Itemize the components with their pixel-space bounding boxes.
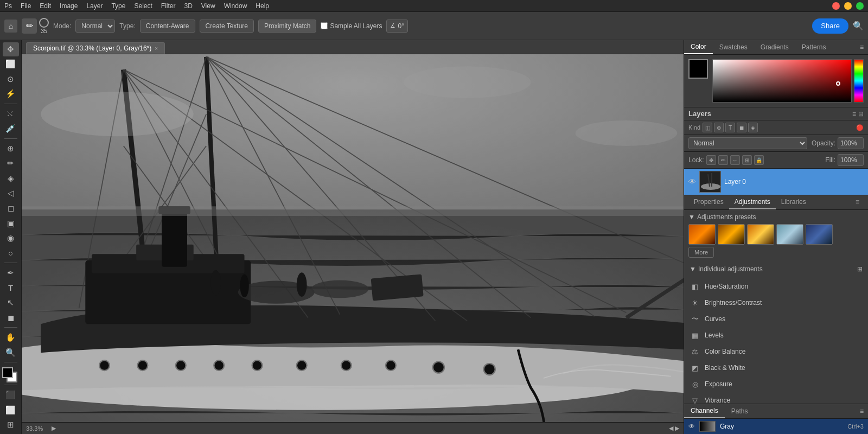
tab-swatches[interactable]: Swatches — [713, 41, 754, 54]
menu-type[interactable]: Type — [111, 2, 125, 10]
filter-toggle-icon[interactable]: 🔴 — [856, 124, 864, 131]
adj-item-curves[interactable]: 〜 Curves — [684, 311, 868, 327]
lock-draw-icon[interactable]: ✏ — [718, 155, 728, 165]
layer-visibility-icon[interactable]: 👁 — [688, 177, 696, 186]
tab-paths[interactable]: Paths — [725, 405, 755, 418]
adj-item-black-white[interactable]: ◩ Black & White — [684, 360, 868, 376]
tool-shape[interactable]: ◼ — [3, 311, 19, 325]
brush-icon[interactable]: ✏ — [22, 18, 37, 34]
adj-preset-3[interactable] — [747, 224, 774, 245]
adj-preset-4[interactable] — [776, 224, 803, 245]
content-aware-button[interactable]: Content-Aware — [140, 20, 195, 33]
color-field[interactable] — [712, 59, 852, 103]
adj-item-brightness-contrast[interactable]: ☀ Brightness/Contrast — [684, 295, 868, 311]
tool-brush[interactable]: ✏ — [3, 157, 19, 171]
menu-edit[interactable]: Edit — [40, 2, 51, 10]
tool-gradient[interactable]: ▣ — [3, 216, 19, 231]
sample-all-layers-label[interactable]: Sample All Layers — [321, 22, 382, 30]
create-texture-button[interactable]: Create Texture — [200, 20, 254, 33]
tool-path-select[interactable]: ↖ — [3, 296, 19, 310]
tab-channels[interactable]: Channels — [684, 404, 725, 418]
tool-quick-mask[interactable]: ⬛ — [3, 388, 19, 402]
lock-pos-icon[interactable]: ✥ — [706, 155, 716, 165]
filter-shape-icon[interactable]: ◼ — [737, 123, 746, 132]
more-presets-button[interactable]: More — [688, 247, 714, 258]
menu-window[interactable]: Window — [224, 2, 247, 10]
layer-row[interactable]: 👁 Layer 0 — [684, 169, 868, 195]
channels-menu-icon[interactable]: ≡ — [856, 405, 868, 417]
tool-dodge[interactable]: ○ — [3, 246, 19, 260]
adj-individual-grid-icon[interactable]: ⊞ — [857, 265, 863, 273]
tool-crop[interactable]: ⛌ — [3, 107, 19, 121]
tool-quick-select[interactable]: ⚡ — [3, 87, 19, 101]
adj-item-hue-saturation[interactable]: ◧ Hue/Saturation — [684, 278, 868, 295]
lock-artboard-icon[interactable]: ⊞ — [742, 155, 752, 165]
share-button[interactable]: Share — [812, 18, 848, 34]
tool-eraser[interactable]: ◻ — [3, 201, 19, 215]
fg-color-swatch[interactable] — [688, 59, 708, 79]
tab-adjustments[interactable]: Adjustments — [729, 195, 776, 209]
tool-marquee[interactable]: ⬜ — [3, 58, 19, 72]
filter-smart-icon[interactable]: ◈ — [748, 123, 758, 132]
layers-collapse-icon[interactable]: ⊟ — [858, 110, 864, 118]
tool-type[interactable]: T — [3, 281, 19, 295]
window-minimize-button[interactable] — [844, 2, 852, 10]
sample-all-layers-checkbox[interactable] — [321, 22, 328, 29]
window-close-button[interactable] — [832, 2, 840, 10]
tool-history-brush[interactable]: ◁ — [3, 187, 19, 201]
foreground-color-swatch[interactable] — [2, 367, 13, 378]
adj-item-exposure[interactable]: ◎ Exposure — [684, 376, 868, 392]
brush-preview[interactable] — [39, 18, 49, 28]
tab-libraries[interactable]: Libraries — [776, 195, 812, 209]
tool-spot-heal[interactable]: ⊕ — [3, 142, 19, 156]
adj-preset-5[interactable] — [806, 224, 833, 245]
adj-item-color-balance[interactable]: ⚖ Color Balance — [684, 343, 868, 360]
menu-help[interactable]: Help — [256, 2, 269, 10]
tool-blur[interactable]: ◉ — [3, 231, 19, 245]
layers-menu-icon[interactable]: ≡ — [852, 110, 856, 118]
document-tab-close[interactable]: × — [155, 46, 158, 52]
menu-file[interactable]: File — [21, 2, 31, 10]
menu-3d[interactable]: 3D — [184, 2, 192, 10]
tool-lasso[interactable]: ⊙ — [3, 72, 19, 86]
tab-patterns[interactable]: Patterns — [795, 41, 833, 54]
panel-menu-icon[interactable]: ≡ — [856, 41, 868, 54]
fill-input[interactable]: 100% — [838, 154, 864, 166]
tool-artboards[interactable]: ⊞ — [3, 418, 19, 432]
search-button[interactable]: 🔍 — [853, 21, 864, 31]
menu-layer[interactable]: Layer — [86, 2, 103, 10]
lock-move-icon[interactable]: ↔ — [730, 155, 740, 165]
tab-properties[interactable]: Properties — [688, 195, 729, 209]
document-tab[interactable]: Scorpion.tif @ 33.3% (Layer 0, Gray/16*)… — [26, 42, 165, 54]
hue-slider[interactable] — [854, 59, 864, 103]
filter-type-icon[interactable]: T — [725, 123, 735, 132]
tool-hand[interactable]: ✋ — [3, 330, 19, 344]
window-maximize-button[interactable] — [856, 2, 864, 10]
filter-pixel-icon[interactable]: ◫ — [703, 123, 712, 132]
color-cursor[interactable] — [836, 81, 840, 86]
tool-clone[interactable]: ◈ — [3, 171, 19, 186]
adj-preset-2[interactable] — [718, 224, 745, 245]
lock-all-icon[interactable]: 🔒 — [754, 155, 764, 165]
canvas-container[interactable] — [22, 54, 684, 422]
tool-screen-mode[interactable]: ⬜ — [3, 403, 19, 417]
mode-dropdown[interactable]: Normal — [75, 20, 115, 33]
angle-control[interactable]: ∡ 0° — [386, 20, 407, 33]
adj-panel-menu-icon[interactable]: ≡ — [851, 195, 864, 209]
tool-move[interactable]: ✥ — [3, 42, 19, 56]
ps-logo[interactable]: Ps — [4, 2, 12, 10]
menu-select[interactable]: Select — [134, 2, 152, 10]
tool-pen[interactable]: ✒ — [3, 266, 19, 280]
tool-eyedropper[interactable]: 💉 — [3, 122, 19, 136]
adj-preset-1[interactable] — [688, 224, 716, 245]
filter-adjust-icon[interactable]: ⊕ — [714, 123, 724, 132]
opacity-input[interactable]: 100% — [838, 137, 864, 149]
proximity-match-button[interactable]: Proximity Match — [258, 20, 316, 33]
gray-channel-row[interactable]: 👁 Gray Ctrl+3 — [684, 419, 868, 434]
menu-filter[interactable]: Filter — [161, 2, 176, 10]
adj-item-vibrance[interactable]: ▽ Vibrance — [684, 392, 868, 404]
blend-mode-dropdown[interactable]: Normal — [688, 137, 807, 149]
menu-view[interactable]: View — [201, 2, 215, 10]
gray-channel-visibility-icon[interactable]: 👁 — [688, 423, 695, 430]
tool-zoom[interactable]: 🔍 — [3, 346, 19, 360]
